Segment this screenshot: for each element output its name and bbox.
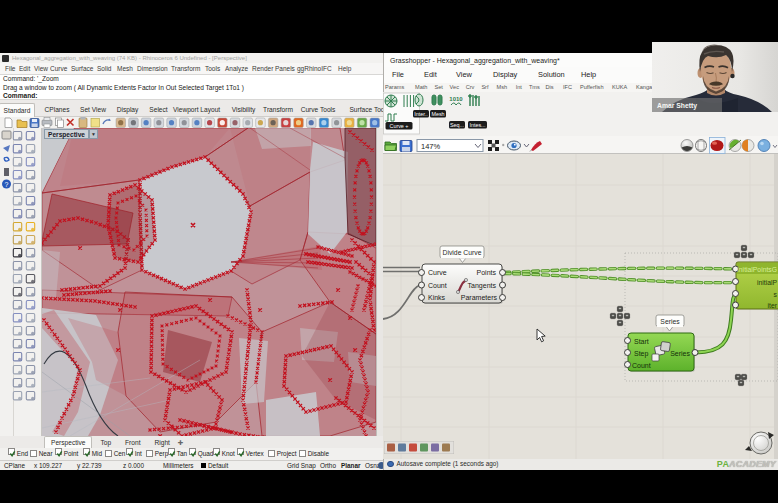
svg-text:Step: Step	[634, 350, 649, 358]
svg-text:iter: iter	[768, 302, 778, 309]
svg-text:Points: Points	[477, 269, 497, 276]
svg-text:s: s	[774, 291, 778, 298]
svg-text:Curve +: Curve +	[389, 123, 408, 129]
svg-text:Count: Count	[428, 282, 447, 289]
svg-text:147%: 147%	[421, 142, 441, 151]
svg-text:Intes...: Intes...	[469, 122, 485, 128]
svg-text:initialP: initialP	[757, 279, 777, 286]
svg-text:Mesh: Mesh	[431, 111, 444, 117]
svg-text:Count: Count	[632, 362, 651, 369]
svg-text:Amar Shetty: Amar Shetty	[657, 102, 697, 110]
svg-text:initialPointsG: initialPointsG	[737, 266, 777, 273]
svg-text:Divide Curve: Divide Curve	[443, 249, 482, 256]
svg-text:1010: 1010	[449, 96, 463, 102]
svg-text:Seq...: Seq...	[450, 122, 464, 128]
svg-text:Parameters: Parameters	[461, 294, 498, 301]
svg-text:Series: Series	[670, 350, 690, 357]
svg-text:?: ?	[5, 181, 9, 188]
svg-text:Start: Start	[634, 338, 649, 345]
svg-text:Inter..: Inter..	[414, 111, 427, 117]
svg-text:Kinks: Kinks	[428, 294, 446, 301]
svg-text:Tangents: Tangents	[468, 282, 497, 290]
svg-text:Curve: Curve	[428, 269, 447, 276]
svg-text:Series: Series	[660, 318, 680, 325]
